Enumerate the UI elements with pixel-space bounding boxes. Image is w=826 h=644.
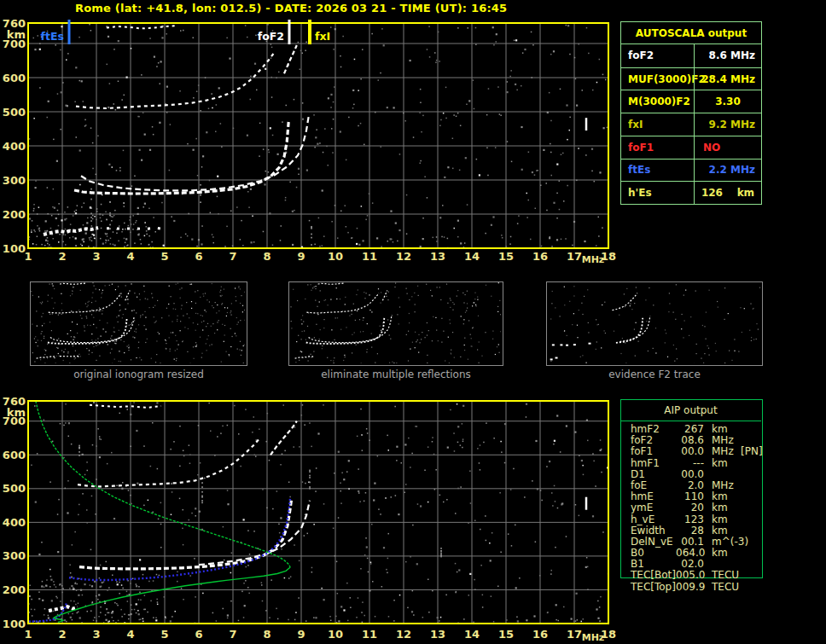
autoscala-row-h'Es: h'Es126 km xyxy=(621,181,761,204)
aip-row-value: 009.9 xyxy=(676,582,704,593)
svg-text:6: 6 xyxy=(195,628,202,641)
autoscala-row-value: NO xyxy=(694,136,761,159)
aip-row-hmF1: hmF1---km xyxy=(631,458,763,469)
aip-row-TEC[Top]: TEC[Top]009.9TECU xyxy=(631,582,763,593)
svg-text:4: 4 xyxy=(126,628,134,641)
thumbnail-original-ionogram-image xyxy=(31,282,245,363)
aip-row-value: 00.0 xyxy=(676,446,704,457)
thumbnail-original-ionogram xyxy=(30,281,247,366)
svg-text:11: 11 xyxy=(362,250,377,263)
svg-text:13: 13 xyxy=(430,628,445,641)
svg-text:16: 16 xyxy=(532,250,548,263)
svg-text:400: 400 xyxy=(3,516,26,529)
svg-text:ftEs: ftEs xyxy=(41,30,64,43)
thumbnail-eliminate-reflections-image xyxy=(289,282,501,363)
aip-row-unit: km xyxy=(712,514,741,525)
aip-row-unit: km xyxy=(712,525,741,537)
svg-text:12: 12 xyxy=(396,628,411,641)
autoscala-row-label: MUF(3000)F2 xyxy=(621,68,694,90)
aip-row-unit: TECU xyxy=(712,570,741,581)
svg-text:10: 10 xyxy=(328,250,343,263)
autoscala-row-label: h'Es xyxy=(621,182,694,204)
aip-row-label: Ewidth xyxy=(631,525,676,537)
aip-row-label: hmF1 xyxy=(631,458,676,469)
svg-text:5: 5 xyxy=(160,250,168,263)
autoscala-output-table: AUTOSCALA output foF28.6 MHzMUF(3000)F22… xyxy=(620,21,762,205)
autoscala-row-MUF(3000)F2: MUF(3000)F228.4 MHz xyxy=(621,67,761,90)
autoscala-row-label: foF1 xyxy=(621,136,694,159)
svg-text:7: 7 xyxy=(229,628,236,641)
svg-text:4: 4 xyxy=(126,250,134,263)
aip-row-label: h_vE xyxy=(631,514,676,525)
svg-text:100: 100 xyxy=(3,618,26,630)
aip-row-label: TEC[Top] xyxy=(631,582,676,593)
aip-output-table: hmF2267kmfoF208.6MHzfoF100.0MHz[PN]hmF1-… xyxy=(631,424,763,593)
svg-text:foF2: foF2 xyxy=(258,30,284,43)
svg-text:3: 3 xyxy=(92,628,100,641)
autoscala-row-value: 8.6 MHz xyxy=(694,44,761,67)
svg-text:12: 12 xyxy=(396,250,411,263)
svg-text:17: 17 xyxy=(567,628,582,641)
aip-table-header: AIP output xyxy=(620,399,761,421)
aip-row-TEC[Bot]: TEC[Bot]005.0TECU xyxy=(631,570,763,581)
autoscala-row-fxI: fxI9.2 MHz xyxy=(621,113,761,136)
svg-text:300: 300 xyxy=(3,549,26,562)
svg-text:600: 600 xyxy=(3,449,26,461)
autoscala-row-value: 9.2 MHz xyxy=(694,113,761,136)
svg-text:11: 11 xyxy=(362,628,377,641)
svg-text:100: 100 xyxy=(3,242,26,255)
svg-text:MHz: MHz xyxy=(582,632,605,643)
autoscala-row-label: fxI xyxy=(621,113,694,136)
aip-row-label: D1 xyxy=(631,469,676,480)
thumbnail-caption-original: original ionogram resized xyxy=(30,368,247,380)
aip-row-label: foF1 xyxy=(631,446,676,457)
thumbnail-evidence-f2-trace-image xyxy=(547,282,760,363)
aip-row-value: 00.0 xyxy=(676,469,704,480)
autoscala-row-label: ftEs xyxy=(621,160,694,182)
svg-text:6: 6 xyxy=(195,250,202,263)
aip-row-ymE: ymE20km xyxy=(631,502,763,513)
svg-text:13: 13 xyxy=(430,250,445,263)
svg-text:2: 2 xyxy=(58,628,66,641)
svg-text:9: 9 xyxy=(297,628,305,641)
svg-text:7: 7 xyxy=(229,250,236,263)
bottom-ionogram-plot: 123456789101112131415161718MHz7607006005… xyxy=(0,390,623,644)
svg-text:fxI: fxI xyxy=(315,30,330,43)
autoscala-row-value: 3.30 xyxy=(694,90,761,113)
top-ionogram-plot: ftEsfoF2fxI123456789101112131415161718MH… xyxy=(0,12,623,268)
svg-text:14: 14 xyxy=(464,250,480,263)
thumbnail-eliminate-reflections xyxy=(288,281,503,366)
svg-text:8: 8 xyxy=(263,250,270,263)
svg-text:200: 200 xyxy=(3,208,26,221)
autoscala-row-label: M(3000)F2 xyxy=(621,90,694,113)
svg-text:17: 17 xyxy=(567,250,582,263)
svg-text:km: km xyxy=(7,406,26,419)
autoscala-row-M(3000)F2: M(3000)F23.30 xyxy=(621,90,761,113)
svg-text:15: 15 xyxy=(498,250,514,263)
aip-row-Ewidth: Ewidth28km xyxy=(631,525,763,537)
aip-row-label: ymE xyxy=(631,502,676,513)
aip-row-extra: [PN] xyxy=(741,446,763,457)
aip-row-D1: D100.0 xyxy=(631,469,763,480)
svg-text:600: 600 xyxy=(3,72,26,84)
autoscala-row-foF1: foF1NO xyxy=(621,136,761,159)
svg-text:500: 500 xyxy=(3,106,26,119)
aip-row-unit: TECU xyxy=(712,582,741,593)
svg-text:500: 500 xyxy=(3,482,26,495)
aip-row-value: 123 xyxy=(676,514,704,525)
autoscala-row-value: 28.4 MHz xyxy=(694,68,761,90)
thumbnail-evidence-f2-trace xyxy=(546,281,763,366)
svg-text:3: 3 xyxy=(92,250,100,263)
aip-row-foF1: foF100.0MHz[PN] xyxy=(631,446,763,457)
thumbnail-caption-evidence: evidence F2 trace xyxy=(546,368,763,380)
aip-row-h_vE: h_vE123km xyxy=(631,514,763,525)
svg-text:14: 14 xyxy=(464,628,480,641)
aip-row-unit: km xyxy=(712,548,741,559)
svg-text:MHz: MHz xyxy=(582,254,605,265)
aip-row-value: 005.0 xyxy=(676,570,704,581)
svg-text:16: 16 xyxy=(532,628,548,641)
autoscala-row-label: foF2 xyxy=(621,44,694,67)
svg-text:200: 200 xyxy=(3,583,26,596)
autoscala-row-value: 2.2 MHz xyxy=(694,160,761,182)
svg-text:400: 400 xyxy=(3,140,26,153)
